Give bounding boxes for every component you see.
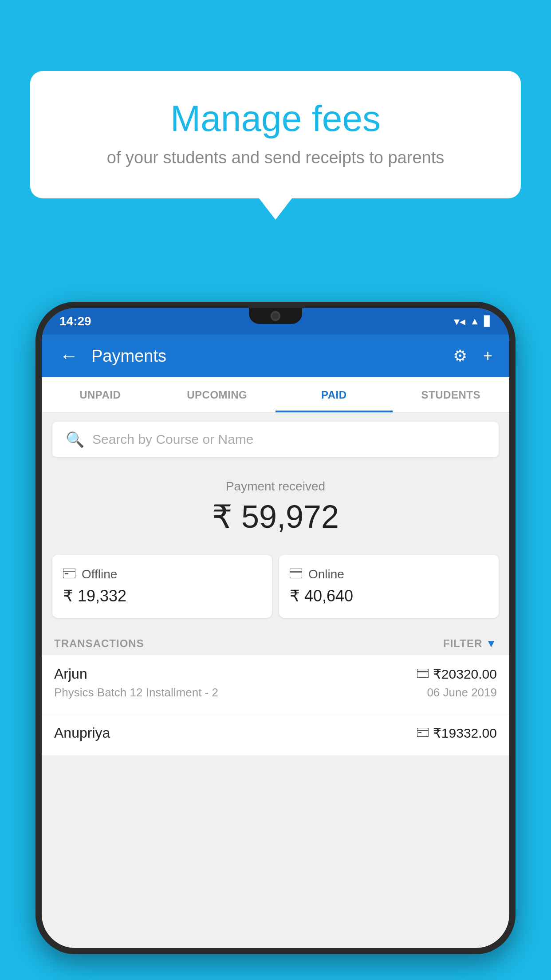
content-area: 🔍 Search by Course or Name Payment recei… — [42, 413, 509, 948]
settings-icon[interactable]: ⚙ — [449, 343, 471, 369]
search-icon: 🔍 — [66, 431, 84, 448]
filter-label: FILTER — [443, 637, 482, 650]
offline-amount: ₹ 19,332 — [63, 587, 261, 605]
transaction-amount-2: ₹19332.00 — [433, 725, 497, 741]
speech-bubble-title: Manage fees — [52, 98, 499, 139]
svg-rect-9 — [418, 732, 421, 733]
transactions-header: TRANSACTIONS FILTER ▼ — [42, 628, 509, 655]
phone-container: 14:29 ▾◂ ▲ ▊ ← Payments ⚙ + UNPAID — [35, 302, 516, 980]
phone-screen: 14:29 ▾◂ ▲ ▊ ← Payments ⚙ + UNPAID — [42, 308, 509, 948]
svg-rect-5 — [417, 669, 429, 678]
offline-card-header: Offline — [63, 567, 261, 581]
online-amount: ₹ 40,640 — [290, 587, 488, 605]
transaction-row-2: Anupriya ₹19332.00 — [54, 725, 497, 741]
payment-summary: Payment received ₹ 59,972 — [42, 466, 509, 555]
wifi-icon: ▾◂ — [454, 315, 465, 328]
transactions-label: TRANSACTIONS — [54, 637, 144, 650]
online-label: Online — [308, 567, 344, 581]
search-placeholder: Search by Course or Name — [92, 432, 254, 447]
transaction-amount-row-1: ₹20320.00 — [417, 666, 497, 682]
payment-total-amount: ₹ 59,972 — [51, 498, 500, 535]
filter-icon: ▼ — [486, 637, 497, 650]
transaction-date-1: 06 June 2019 — [427, 686, 497, 699]
payment-type-icon-1 — [417, 668, 429, 680]
payment-cards: Offline ₹ 19,332 Online — [42, 555, 509, 628]
notch — [249, 308, 302, 324]
tab-upcoming[interactable]: UPCOMING — [159, 377, 276, 412]
online-payment-card: Online ₹ 40,640 — [279, 555, 499, 618]
app-bar-title: Payments — [91, 347, 441, 366]
app-bar-icons: ⚙ + — [449, 343, 496, 369]
tabs-bar: UNPAID UPCOMING PAID STUDENTS — [42, 377, 509, 413]
status-time: 14:29 — [59, 314, 91, 328]
transactions-list: Arjun ₹20320.00 — [42, 655, 509, 756]
tab-students[interactable]: STUDENTS — [393, 377, 510, 412]
tab-paid[interactable]: PAID — [276, 377, 393, 412]
offline-payment-card: Offline ₹ 19,332 — [52, 555, 272, 618]
transaction-name-1: Arjun — [54, 666, 87, 682]
transaction-amount-1: ₹20320.00 — [433, 666, 497, 682]
speech-bubble: Manage fees of your students and send re… — [30, 71, 521, 198]
signal-icon: ▲ — [470, 316, 480, 327]
online-icon — [290, 567, 302, 581]
svg-rect-3 — [290, 569, 302, 578]
status-icons: ▾◂ ▲ ▊ — [454, 315, 492, 328]
transaction-row-1: Arjun ₹20320.00 — [54, 666, 497, 682]
camera — [271, 311, 280, 321]
offline-label: Offline — [82, 567, 117, 581]
transaction-amount-row-2: ₹19332.00 — [417, 725, 497, 741]
transaction-item-2[interactable]: Anupriya ₹19332.00 — [42, 714, 509, 756]
speech-bubble-subtitle: of your students and send receipts to pa… — [52, 148, 499, 167]
transaction-name-2: Anupriya — [54, 725, 110, 741]
add-icon[interactable]: + — [480, 343, 496, 369]
search-bar[interactable]: 🔍 Search by Course or Name — [52, 422, 499, 457]
phone: 14:29 ▾◂ ▲ ▊ ← Payments ⚙ + UNPAID — [35, 302, 516, 954]
app-bar: ← Payments ⚙ + — [42, 335, 509, 377]
battery-icon: ▊ — [484, 316, 492, 327]
transaction-detail-row-1: Physics Batch 12 Installment - 2 06 June… — [54, 686, 497, 699]
back-button[interactable]: ← — [55, 341, 83, 371]
transaction-item[interactable]: Arjun ₹20320.00 — [42, 655, 509, 714]
payment-received-label: Payment received — [51, 479, 500, 494]
offline-icon — [63, 567, 75, 581]
filter-button[interactable]: FILTER ▼ — [443, 637, 497, 650]
transaction-detail-1: Physics Batch 12 Installment - 2 — [54, 686, 218, 699]
online-card-header: Online — [290, 567, 488, 581]
svg-rect-2 — [65, 573, 68, 574]
tab-unpaid[interactable]: UNPAID — [42, 377, 159, 412]
payment-type-icon-2 — [417, 727, 429, 739]
